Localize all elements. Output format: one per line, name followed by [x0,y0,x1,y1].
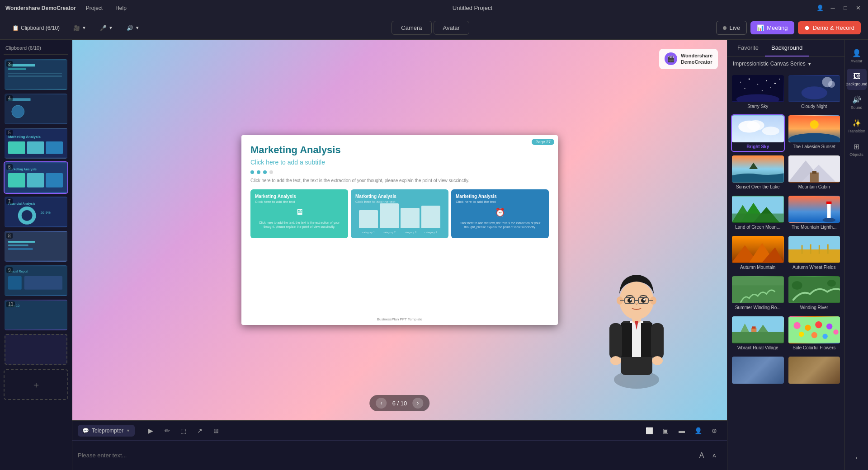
maximize-btn[interactable]: □ [841,4,850,13]
tab-avatar[interactable]: Avatar [434,21,469,35]
background-icon: 🖼 [853,72,860,80]
teleprompter-input[interactable] [72,448,696,462]
tab-camera[interactable]: Camera [392,21,431,35]
bg-item-mountain[interactable]: Mountain Cabin [788,155,841,192]
slide-thumb-8[interactable]: 8 S. [4,230,68,263]
window-btn[interactable]: ▬ [675,423,689,438]
side-icon-transition[interactable]: ✨ Transition [847,115,867,137]
bg-item-flowers[interactable]: Sole Colorful Flowers [788,315,841,353]
bg-item-bright[interactable]: Bright Sky [731,114,785,152]
menu-help[interactable]: Help [113,4,129,12]
bg-item-extra1[interactable] [731,356,785,388]
slide-subtitle: Click here to add a subtitle [250,159,549,166]
slide-thumb-3[interactable]: 3 [4,58,68,91]
bg-row-3: Sunset Over the Lake Mountain Cabin [731,155,841,192]
bg-item-lighthouse[interactable]: The Mountain Lighth... [788,195,841,232]
page-next-btn[interactable]: › [412,398,423,409]
slide-num-7: 7 [6,198,13,204]
tab-favorite[interactable]: Favorite [731,40,765,56]
bg-item-extra2[interactable] [788,356,841,388]
svg-point-115 [815,321,822,328]
slide-thumb-7[interactable]: 7 Financial Analysis 26.9% [4,196,68,228]
bg-thumb-winding [788,276,840,303]
slide-thumb-5[interactable]: 5 Marketing Analysis [4,127,68,160]
font-decrease-btn[interactable]: A [709,450,720,461]
slide-dots [250,170,549,174]
bg-thumb-summer-winding [732,276,784,303]
bg-row-7: Vibrant Rural Village [731,315,841,353]
person-btn[interactable]: 👤 [691,423,705,438]
series-select[interactable]: Impressionistic Canvas Series ▼ [733,61,812,67]
card1-icon: 🖥 [255,207,344,217]
slide-thumb-10[interactable]: 10 Slide 10 [4,299,68,331]
play-btn[interactable]: ▶ [144,423,158,438]
share-btn[interactable]: ⊕ [707,423,722,438]
bg-item-starry[interactable]: Starry Sky [731,74,785,112]
slide-thumb-9[interactable]: 9 Annual Report [4,264,68,297]
title-bar-controls: 👤 ─ □ ✕ [816,4,863,13]
svg-rect-3 [8,73,62,74]
bar-1 [359,210,378,228]
live-dot [723,26,726,30]
slide-thumb-4[interactable]: 4 [4,93,68,125]
clipboard-btn[interactable]: 📋 Clipboard (6/10) [7,22,65,34]
bg-item-green[interactable]: Land of Green Moun... [731,195,785,232]
screen2-btn[interactable]: ▣ [658,423,673,438]
bg-item-rural[interactable]: Vibrant Rural Village [731,315,785,353]
slide-cards: Marketing Analysis Click here to add the… [250,189,549,238]
font-increase-btn[interactable]: A [696,450,707,461]
app-logo: Wondershare DemoCreator [5,5,76,11]
bg-item-winding[interactable]: Winding River [788,275,841,313]
bg-item-cloudy[interactable]: Cloudy Night [788,74,841,112]
video-settings-btn[interactable]: 🎥 ▼ [68,22,91,34]
slide-frame[interactable]: Page 27 Marketing Analysis Click here to… [241,135,558,325]
bg-thumb-rural [732,316,784,343]
slide-num-8: 8 [6,233,13,239]
svg-rect-25 [8,244,28,246]
bg-item-sunset[interactable]: Sunset Over the Lake [731,155,785,192]
speaker-settings-btn[interactable]: 🔊 ▼ [122,22,145,34]
expand-panel-btn[interactable]: › [847,451,867,465]
title-bar: Wondershare DemoCreator Project Help Unt… [0,0,868,16]
bg-item-wheat[interactable]: Autumn Wheat Fields [788,235,841,273]
slide-img-7: Financial Analysis 26.9% [5,197,67,227]
side-icon-objects[interactable]: ⊞ Objects [847,139,867,160]
add-slide-btn[interactable]: ＋ [4,369,68,400]
svg-point-114 [805,325,811,331]
teleprompter-btn[interactable]: 💬 Teleprompter ▼ [78,425,135,437]
bg-row-2: Bright Sky [731,114,841,152]
screen-btn[interactable]: ⬜ [642,423,656,438]
page-prev-btn[interactable]: ‹ [376,398,387,409]
bg-item-summer-winding[interactable]: Summer Winding Ro... [731,275,785,313]
minimize-btn[interactable]: ─ [828,4,837,13]
side-icon-avatar[interactable]: 👤 Avatar [847,45,867,67]
bar-2 [380,203,399,228]
bg-grid: Starry Sky Cloudy Night [727,70,844,470]
slide-thumb-6[interactable]: 6 Marketing Analysis [4,161,68,194]
mic-settings-btn[interactable]: 🎤 ▼ [95,22,118,34]
live-btn[interactable]: Live [716,21,747,35]
meeting-btn[interactable]: 📊 Meeting [750,21,794,34]
avatar-label: Avatar [851,59,863,63]
side-icons-panel: 👤 Avatar 🖼 Background 🔊 Sound ✨ Transiti… [844,40,868,470]
pen-btn[interactable]: ✏ [160,423,175,438]
user-icon-btn[interactable]: 👤 [816,4,825,13]
slide-card-2: Marketing Analysis Click here to add the… [351,189,448,238]
box-btn[interactable]: ⬚ [176,423,191,438]
bg-label-wheat: Autumn Wheat Fields [788,263,840,272]
menu-project[interactable]: Project [83,4,105,12]
side-icon-background[interactable]: 🖼 Background [847,69,867,90]
bar-label-1: category 1 [359,231,378,234]
side-icon-sound[interactable]: 🔊 Sound [847,92,867,113]
bg-item-autumn-mtn[interactable]: Autumn Mountain [731,235,785,273]
svg-point-71 [762,127,779,135]
close-btn[interactable]: ✕ [854,4,863,13]
slide-num-3: 3 [6,61,13,67]
chat-btn[interactable]: ↗ [193,423,207,438]
slide-img-3 [5,59,67,90]
bg-item-lakeside[interactable]: The Lakeside Sunset [788,114,841,152]
grid-btn[interactable]: ⊞ [209,423,223,438]
demo-btn[interactable]: ⏺ Demo & Record [798,21,861,34]
clipboard-icon: 📋 [12,25,19,31]
tab-background[interactable]: Background [765,40,809,56]
